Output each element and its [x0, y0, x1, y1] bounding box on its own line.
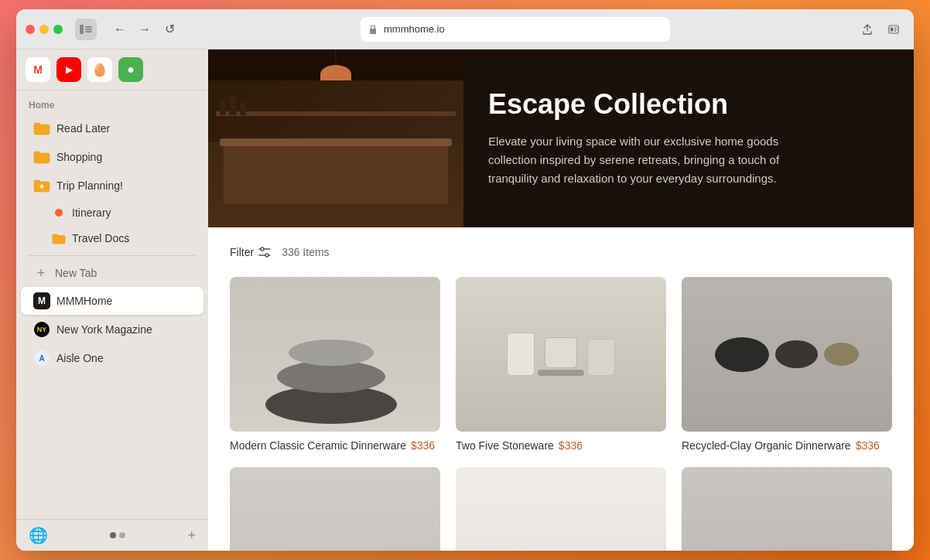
- filter-button[interactable]: Filter: [230, 243, 271, 261]
- hero-title: Escape Collection: [488, 89, 889, 120]
- svg-rect-2: [85, 29, 92, 30]
- close-button[interactable]: [26, 25, 35, 34]
- itinerary-label: Itinerary: [72, 207, 111, 219]
- product-card-1[interactable]: Two Five Stoneware $336: [456, 277, 666, 452]
- minimize-button[interactable]: [39, 25, 49, 34]
- refresh-button[interactable]: ↺: [159, 19, 180, 40]
- bookmark-gmail[interactable]: M: [26, 57, 50, 82]
- travel-docs-label: Travel Docs: [72, 232, 129, 244]
- dot-2: [119, 532, 125, 538]
- trip-planning-folder-icon: [33, 177, 50, 194]
- sidebar-divider: [29, 255, 196, 256]
- product-title-row-2: Recycled-Clay Organic Dinnerware $336: [682, 439, 892, 452]
- sidebar-footer-left: 🌐: [29, 526, 48, 545]
- sidebar-item-mmmhome[interactable]: M MMMHome: [21, 287, 203, 315]
- dot-1: [110, 532, 116, 538]
- title-bar: ← → ↺ mmmhome.io: [16, 9, 914, 50]
- address-bar-actions: [856, 19, 904, 40]
- itinerary-icon: [52, 206, 66, 220]
- svg-rect-6: [891, 27, 894, 31]
- product-card-5[interactable]: [682, 467, 892, 551]
- product-title-row-0: Modern Classic Ceramic Dinnerware $336: [230, 439, 440, 452]
- sidebar-toggle-button[interactable]: [75, 19, 97, 40]
- lock-icon: [368, 25, 378, 34]
- forward-button[interactable]: →: [134, 19, 156, 40]
- cup-short: [545, 337, 577, 368]
- product-price-1: $336: [559, 439, 583, 452]
- home-section-header: Home: [16, 94, 208, 114]
- aisle-one-icon: A: [33, 350, 50, 367]
- ny-magazine-label: New York Magazine: [56, 323, 152, 336]
- address-bar[interactable]: mmmhome.io: [361, 17, 670, 42]
- dark-bowl-large: [715, 337, 769, 372]
- folder-icon: [33, 120, 50, 137]
- sidebar-item-itinerary[interactable]: Itinerary: [21, 200, 203, 225]
- product-section: Filter 336 Items: [208, 227, 914, 551]
- shopping-label: Shopping: [56, 151, 102, 163]
- product-card-4[interactable]: [456, 467, 666, 551]
- hero-description: Elevate your living space with our exclu…: [488, 132, 782, 188]
- hero-banner: Escape Collection Elevate your living sp…: [208, 50, 914, 227]
- product-price-0: $336: [411, 439, 435, 452]
- filter-bar: Filter 336 Items: [230, 243, 892, 261]
- sidebar-items-list: Home Read Later: [16, 90, 208, 519]
- svg-rect-7: [894, 27, 897, 28]
- svg-point-10: [40, 185, 44, 189]
- cups-illustration: [507, 333, 615, 376]
- sidebar-footer: 🌐 +: [16, 519, 208, 551]
- product-card-0[interactable]: Modern Classic Ceramic Dinnerware $336: [230, 277, 440, 452]
- product-name-1: Two Five Stoneware: [456, 439, 554, 452]
- dark-bowls-illustration: [715, 337, 859, 372]
- shopping-folder-icon: [33, 149, 50, 166]
- nav-buttons: ← → ↺: [109, 19, 180, 40]
- sidebar-app-icon[interactable]: 🌐: [29, 526, 48, 545]
- new-tab-item[interactable]: + New Tab: [21, 261, 203, 285]
- sidebar-item-read-later[interactable]: Read Later: [21, 114, 203, 142]
- product-image-placeholder-1: [230, 467, 440, 551]
- hero-text-area: Escape Collection Elevate your living sp…: [463, 50, 914, 227]
- sidebar-item-aisle-one[interactable]: A Aisle One: [21, 344, 203, 372]
- product-name-2: Recycled-Clay Organic Dinnerware: [682, 439, 851, 452]
- items-count: 336 Items: [282, 246, 329, 258]
- main-content: Escape Collection Elevate your living sp…: [208, 50, 914, 551]
- bookmark-green[interactable]: ●: [118, 57, 143, 82]
- reader-mode-icon[interactable]: [883, 19, 904, 40]
- svg-rect-4: [370, 29, 376, 34]
- sidebar-item-shopping[interactable]: Shopping: [21, 143, 203, 171]
- traffic-lights: [26, 25, 63, 34]
- svg-point-12: [261, 248, 264, 251]
- dark-bowl-medium: [775, 340, 818, 368]
- product-image-placeholder-2: [456, 467, 666, 551]
- svg-rect-8: [894, 29, 897, 30]
- product-card-2[interactable]: Recycled-Clay Organic Dinnerware $336: [682, 277, 892, 452]
- sidebar-toggle-icon: [80, 25, 92, 34]
- share-icon[interactable]: [856, 19, 878, 40]
- trip-planning-label: Trip Planning!: [56, 179, 123, 192]
- aisle-one-label: Aisle One: [56, 352, 104, 364]
- product-price-2: $336: [856, 439, 880, 452]
- new-tab-label: New Tab: [55, 267, 97, 279]
- sidebar-item-ny-magazine[interactable]: NY New York Magazine: [21, 316, 203, 343]
- mmmhome-label: MMMHome: [56, 295, 112, 307]
- product-name-0: Modern Classic Ceramic Dinnerware: [230, 439, 406, 452]
- read-later-label: Read Later: [56, 122, 110, 135]
- fullscreen-button[interactable]: [53, 25, 63, 34]
- filter-label: Filter: [230, 246, 254, 258]
- browser-window: ← → ↺ mmmhome.io: [16, 9, 914, 551]
- bookmark-youtube[interactable]: ▶: [56, 57, 81, 82]
- svg-rect-1: [85, 26, 92, 28]
- sidebar-item-travel-docs[interactable]: Travel Docs: [21, 226, 203, 251]
- product-image-bowls: [230, 277, 440, 432]
- cup-plate: [538, 370, 584, 376]
- browser-content: M ▶ 🥚 ● Home Read Later: [16, 50, 914, 551]
- sidebar-add-button[interactable]: +: [187, 528, 196, 544]
- travel-docs-folder-icon: [52, 231, 66, 245]
- bookmark-egg[interactable]: 🥚: [87, 57, 112, 82]
- sidebar-item-trip-planning[interactable]: Trip Planning!: [21, 172, 203, 200]
- product-card-3[interactable]: [230, 467, 440, 551]
- cup-tall-2: [587, 339, 615, 376]
- new-tab-plus-icon: +: [33, 265, 49, 281]
- product-image-cups: [456, 277, 666, 432]
- back-button[interactable]: ←: [109, 19, 131, 40]
- svg-rect-5: [889, 26, 898, 33]
